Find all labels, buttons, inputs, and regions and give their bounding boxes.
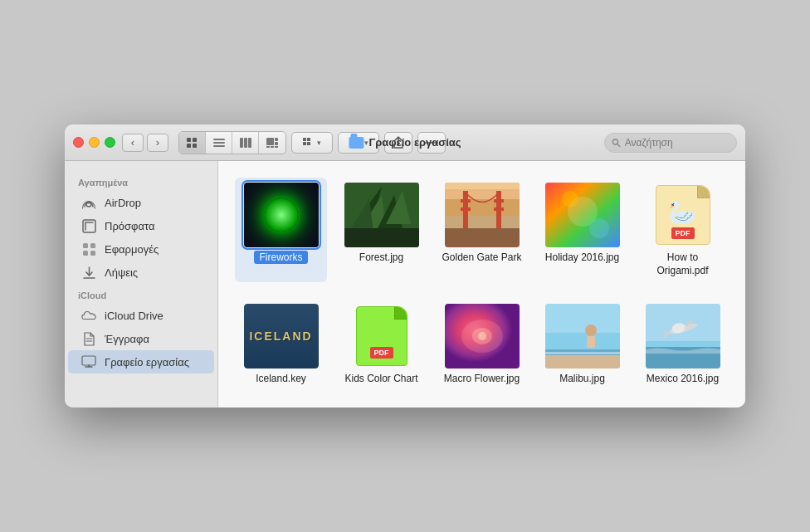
doc-icon [81,331,96,346]
download-icon [81,265,96,280]
svg-rect-10 [266,138,274,145]
window-title: Γραφείο εργασίας [368,136,461,149]
svg-rect-70 [545,355,620,368]
airdrop-label: AirDrop [105,197,141,209]
holiday-preview [545,183,620,247]
file-label-holiday: Holiday 2016.jpg [545,251,619,265]
icloud-label: iCloud [65,284,217,304]
minimize-button[interactable] [89,137,100,148]
file-item-kidschart[interactable]: PDF Kids Color Chart [335,299,427,391]
svg-rect-31 [90,251,95,256]
macroflower-thumb [445,304,520,368]
svg-rect-1 [193,138,197,142]
svg-rect-13 [266,146,270,148]
svg-rect-11 [275,138,278,141]
svg-rect-7 [240,138,243,148]
svg-rect-67 [587,336,595,348]
back-icon: ‹ [131,136,134,149]
sidebar-item-applications[interactable]: Εφαρμογές [68,237,214,261]
icon-view-button[interactable] [179,132,206,154]
mexico-preview [646,304,720,368]
file-label-goldengate: Golden Gate Park [442,251,521,265]
svg-rect-12 [275,142,278,145]
column-view-button[interactable] [232,132,259,154]
sidebar-item-documents[interactable]: Έγγραφα [68,327,214,350]
gallery-icon [266,137,279,149]
file-label-kidschart: Kids Color Chart [344,373,417,386]
svg-rect-49 [463,191,468,232]
folder-icon [349,137,364,149]
applications-label: Εφαρμογές [105,243,159,256]
file-item-malibu[interactable]: Malibu.jpg [536,299,628,391]
search-box[interactable] [604,133,737,153]
list-view-button[interactable] [206,132,232,154]
search-icon [612,138,621,148]
svg-rect-28 [83,243,88,248]
grid-icon [186,137,199,149]
svg-rect-0 [187,138,191,142]
window-content: Αγαπημένα AirDrop [65,161,745,408]
sidebar: Αγαπημένα AirDrop [65,161,218,408]
file-item-origami[interactable]: 🦢 PDF How to Origami.pdf [637,178,729,282]
file-item-macroflower[interactable]: Macro Flower.jpg [436,299,528,391]
group-button[interactable]: ▾ [291,132,333,154]
svg-rect-17 [307,138,310,141]
svg-rect-65 [545,304,620,333]
svg-rect-15 [275,146,278,148]
svg-rect-19 [307,142,310,145]
sidebar-item-desktop[interactable]: Γραφείο εργασίας [68,350,214,373]
file-item-forest[interactable]: Forest.jpg [335,178,427,282]
file-grid: Fireworks [235,178,729,391]
sidebar-item-icloud-drive[interactable]: iCloud Drive [68,304,214,327]
forest-preview [344,183,419,247]
svg-rect-44 [344,228,419,247]
recents-label: Πρόσφατα [105,220,154,232]
file-item-fireworks[interactable]: Fireworks [235,178,327,282]
forest-thumb [344,183,419,247]
back-button[interactable]: ‹ [122,134,144,152]
clock-icon [81,218,96,233]
forward-button[interactable]: › [147,134,168,152]
svg-rect-30 [83,251,88,256]
sidebar-item-recents[interactable]: Πρόσφατα [68,214,214,237]
fireworks-preview [244,183,319,247]
sidebar-item-airdrop[interactable]: AirDrop [68,191,214,214]
svg-rect-4 [213,139,225,140]
file-item-mexico[interactable]: Mexico 2016.jpg [637,299,729,391]
svg-line-23 [617,144,620,146]
favorites-label: Αγαπημένα [65,171,217,191]
gallery-view-button[interactable] [259,132,285,154]
svg-rect-6 [213,145,225,147]
origami-icon: 🦢 PDF [650,183,716,247]
search-input[interactable] [625,137,729,149]
group-chevron-icon: ▾ [317,139,321,147]
goldengate-preview [445,183,520,247]
close-button[interactable] [73,137,84,148]
file-label-mexico: Mexico 2016.jpg [647,373,719,386]
airdrop-icon [81,195,96,210]
svg-point-63 [478,332,486,340]
file-item-holiday[interactable]: Holiday 2016.jpg [536,178,628,282]
svg-rect-54 [494,207,504,211]
file-item-iceland[interactable]: ICELAND Iceland.key [235,299,327,391]
file-label-fireworks: Fireworks [254,251,307,265]
svg-rect-48 [445,183,520,189]
macroflower-preview [445,304,520,368]
maximize-button[interactable] [105,137,115,148]
iceland-thumb: ICELAND [244,304,319,368]
origami-bird-icon: 🦢 [668,198,697,226]
svg-rect-2 [187,144,191,148]
mexico-thumb [646,304,720,368]
svg-rect-29 [90,243,95,248]
file-label-macroflower: Macro Flower.jpg [444,373,520,386]
svg-rect-5 [213,142,225,144]
file-label-forest: Forest.jpg [359,251,403,265]
file-item-goldengate[interactable]: Golden Gate Park [436,178,528,282]
traffic-lights [73,137,115,148]
svg-rect-3 [193,144,197,148]
origami-thumb: 🦢 PDF [646,183,720,247]
iceland-preview: ICELAND [244,304,319,368]
sidebar-item-downloads[interactable]: Λήψεις [68,261,214,284]
svg-rect-50 [461,199,471,203]
svg-rect-72 [646,304,720,341]
